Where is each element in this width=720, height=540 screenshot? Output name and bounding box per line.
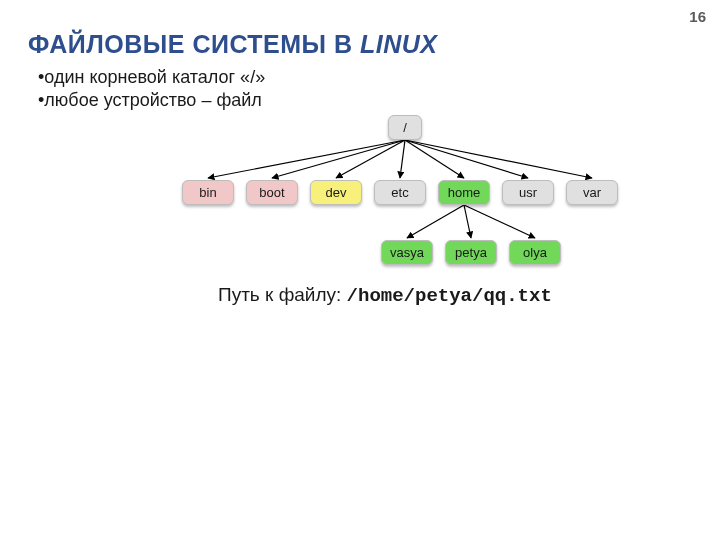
path-value: /home/petya/qq.txt: [347, 285, 552, 307]
slide: 16 ФАЙЛОВЫЕ СИСТЕМЫ В LINUX один корнево…: [0, 0, 720, 540]
svg-line-4: [405, 140, 464, 178]
node-root: /: [388, 115, 422, 140]
node-dev: dev: [310, 180, 362, 205]
node-var: var: [566, 180, 618, 205]
node-etc: etc: [374, 180, 426, 205]
svg-line-9: [464, 205, 535, 238]
node-vasya: vasya: [381, 240, 433, 265]
bullet-item: один корневой каталог «/»: [38, 66, 265, 89]
svg-line-8: [464, 205, 471, 238]
node-petya: petya: [445, 240, 497, 265]
page-number: 16: [689, 8, 706, 25]
node-usr: usr: [502, 180, 554, 205]
svg-line-5: [405, 140, 528, 178]
svg-line-3: [400, 140, 405, 178]
node-olya: olya: [509, 240, 561, 265]
node-boot: boot: [246, 180, 298, 205]
title-emphasis: LINUX: [360, 30, 438, 58]
svg-line-0: [208, 140, 405, 178]
node-bin: bin: [182, 180, 234, 205]
path-caption: Путь к файлу: /home/petya/qq.txt: [218, 284, 552, 307]
bullet-list: один корневой каталог «/» любое устройст…: [38, 66, 265, 113]
node-home: home: [438, 180, 490, 205]
svg-line-7: [407, 205, 464, 238]
bullet-item: любое устройство – файл: [38, 89, 265, 112]
path-label: Путь к файлу:: [218, 284, 347, 305]
title-text: ФАЙЛОВЫЕ СИСТЕМЫ В: [28, 30, 360, 58]
svg-line-1: [272, 140, 405, 178]
svg-line-6: [405, 140, 592, 178]
svg-line-2: [336, 140, 405, 178]
slide-title: ФАЙЛОВЫЕ СИСТЕМЫ В LINUX: [28, 30, 438, 59]
